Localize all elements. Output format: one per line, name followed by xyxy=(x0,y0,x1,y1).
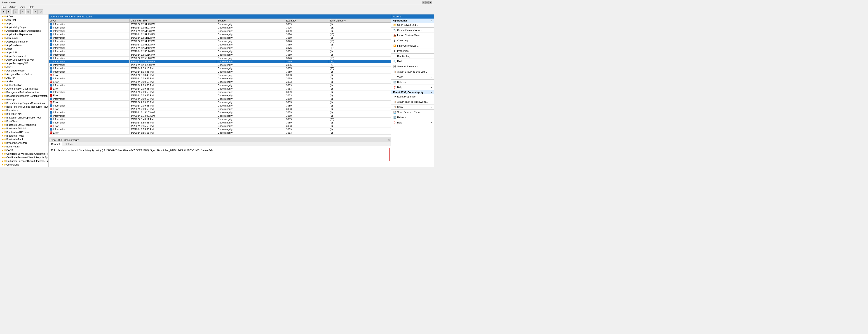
table-row[interactable]: ✕Error 3/7/2024 2:09:53 PM CodeIntegrity… xyxy=(49,107,391,111)
sidebar-item-bluetooth-bthleprepairing[interactable]: ▶ 📁Bluetooth-BthLEPrepairing xyxy=(0,123,48,127)
sidebar-item-biometrics[interactable]: ▶ 📁Biometrics xyxy=(0,109,48,112)
sidebar-item-base-filtering-engine-connections[interactable]: ▶ 📁Base-Filtering-Engine-Connections xyxy=(0,101,48,105)
table-row[interactable]: iInformation 3/7/2024 9:43:11 AM CodeInt… xyxy=(49,118,391,121)
table-row[interactable]: iInformation 3/7/2024 2:09:53 PM CodeInt… xyxy=(49,104,391,107)
sidebar-item-alljoyn[interactable]: ▶ 📁AllJoyn xyxy=(0,15,48,18)
table-row[interactable]: iInformation 3/8/2024 12:51:12 PM CodeIn… xyxy=(49,39,391,43)
help-button-2[interactable]: ⊙ xyxy=(38,9,43,14)
sidebar-item-cleanmgr[interactable]: ▶ 📁Cleanmgr xyxy=(0,166,48,167)
action-item-attach-a-task-to-this-log...[interactable]: 📋Attach a Task To this Log... xyxy=(391,69,434,74)
sidebar-item-appxdeployment-server[interactable]: ▶ 📁AppXDeployment-Server xyxy=(0,58,48,61)
close-button[interactable]: ✕ xyxy=(429,1,432,4)
table-row[interactable]: ✕Error 3/7/2024 2:09:53 PM CodeIntegrity… xyxy=(49,87,391,90)
table-row[interactable]: iInformation 3/8/2024 12:51:12 PM CodeIn… xyxy=(49,43,391,46)
table-row[interactable]: iInformation 3/7/2024 5:33:45 PM CodeInt… xyxy=(49,70,391,74)
properties-button[interactable]: ⊞ xyxy=(26,9,31,14)
action-item-save-all-events-as...[interactable]: 💾Save All Events As... xyxy=(391,64,434,69)
table-row[interactable]: ✕Error 3/7/2024 2:09:53 PM CodeIntegrity… xyxy=(49,101,391,104)
sidebar-item-base-filtering-engine-resource-flows[interactable]: ▶ 📁Base-Filtering-Engine-Resource-Flows xyxy=(0,105,48,109)
table-row[interactable]: iInformation 3/8/2024 9:33:13 AM CodeInt… xyxy=(49,67,391,70)
actions-toggle-1[interactable]: ▲ xyxy=(430,20,432,22)
table-row[interactable]: iInformation 3/8/2024 12:51:23 PM CodeIn… xyxy=(49,23,391,26)
table-row[interactable]: iInformation 3/8/2024 12:51:23 PM CodeIn… xyxy=(49,26,391,29)
table-row[interactable]: ✕Error 3/7/2024 5:33:45 PM CodeIntegrity… xyxy=(49,74,391,77)
action-item-clear-log...[interactable]: 🗑Clear Log... xyxy=(391,38,434,43)
sidebar-item-apphost[interactable]: ▶ 📁AppHost xyxy=(0,18,48,22)
sidebar-item-ataport[interactable]: ▶ 📁ATAPort xyxy=(0,76,48,80)
sidebar-item-applocker[interactable]: ▶ 📁AppLocker xyxy=(0,36,48,40)
table-row[interactable]: iInformation 3/7/2024 2:09:53 PM CodeInt… xyxy=(49,84,391,87)
tab-details[interactable]: Details xyxy=(62,142,75,146)
action-item-event-properties[interactable]: ⚙Event Properties xyxy=(391,94,434,99)
sidebar-item-bits-client[interactable]: ▶ 📁Bits-Client xyxy=(0,119,48,123)
table-row[interactable]: ✕Error 3/6/2024 6:55:53 PM CodeIntegrity… xyxy=(49,131,391,135)
sidebar-item-audio[interactable]: ▶ 📁Audio xyxy=(0,80,48,83)
sidebar-item-bluetooth-mtpenum[interactable]: ▶ 📁Bluetooth-MTPEnum xyxy=(0,130,48,134)
menu-file[interactable]: File xyxy=(1,5,7,9)
forward-button[interactable]: ▶ xyxy=(6,9,11,14)
up-button[interactable]: ▲ xyxy=(13,9,18,14)
sidebar-item-certificateservicesclient-lifecycle-system[interactable]: ▶ 📁CertificateServicesClient-Lifecycle-S… xyxy=(0,156,48,159)
table-row[interactable]: iInformation 3/7/2024 2:09:53 PM CodeInt… xyxy=(49,90,391,94)
sidebar-item-application-server-applications[interactable]: ▶ 📁Application Server-Applications xyxy=(0,29,48,33)
sidebar-item-bluetooth-policy[interactable]: ▶ 📁Bluetooth-Policy xyxy=(0,134,48,138)
action-item-import-custom-view...[interactable]: 📥Import Custom View... xyxy=(391,33,434,37)
table-row[interactable]: iInformation 3/8/2024 12:50:16 PM CodeIn… xyxy=(49,50,391,53)
menu-action[interactable]: Action xyxy=(8,5,18,9)
table-row[interactable]: iInformation 3/7/2024 11:34:03 AM CodeIn… xyxy=(49,114,391,118)
table-row[interactable]: ✕Error 3/6/2024 6:55:53 PM CodeIntegrity… xyxy=(49,124,391,128)
table-row[interactable]: ✕Error 3/7/2024 2:09:53 PM CodeIntegrity… xyxy=(49,80,391,84)
sidebar-item-backgroundtaskinfrastructure[interactable]: ▶ 📁BackgroundTaskInfrastructure xyxy=(0,90,48,94)
sidebar-item-appxpackagingom[interactable]: ▶ 📁AppXPackagingOM xyxy=(0,61,48,65)
sidebar-item-authentication-user-interface[interactable]: ▶ 📁Authentication User Interface xyxy=(0,87,48,90)
action-item-refresh[interactable]: 🔄Refresh xyxy=(391,115,434,120)
table-row[interactable]: iInformation 3/8/2024 12:51:12 PM CodeIn… xyxy=(49,36,391,39)
sidebar-item-bluetooth-radio[interactable]: ▶ 📁Bluetooth-Radio xyxy=(0,138,48,141)
sidebar-item-branchcachesmb[interactable]: ▶ 📁BranchCacheSMB xyxy=(0,141,48,145)
table-row[interactable]: iInformation 3/8/2024 12:51:23 PM CodeIn… xyxy=(49,29,391,33)
sidebar-item-applicabilityengine[interactable]: ▶ 📁ApplicabilityEngine xyxy=(0,25,48,29)
sidebar-item-bluetooth-bthmini[interactable]: ▶ 📁Bluetooth-BthMini xyxy=(0,127,48,130)
sidebar-item-certpoleng[interactable]: ▶ 📁CertPolEng xyxy=(0,163,48,166)
action-item-find...[interactable]: 🔍Find... xyxy=(391,59,434,63)
action-item-save-selected-events...[interactable]: 💾Save Selected Events... xyxy=(391,110,434,114)
table-row[interactable]: iInformation 3/6/2024 6:55:53 PM CodeInt… xyxy=(49,128,391,131)
action-item-attach-task-to-this-event...[interactable]: 📋Attach Task To This Event... xyxy=(391,100,434,104)
sidebar-item-appid[interactable]: ▶ 📁AppID xyxy=(0,22,48,25)
action-item-create-custom-view...[interactable]: 🔧Create Custom View... xyxy=(391,28,434,32)
actions-toggle-2[interactable]: ▲ xyxy=(430,91,432,93)
detail-text-area[interactable]: Refreshed and activated Code Integrity p… xyxy=(50,148,390,161)
sidebar-item-bitlocker-api[interactable]: ▶ 📁BitLocker-API xyxy=(0,112,48,116)
sidebar-item-assignedaccess[interactable]: ▶ 📁AssignedAccess xyxy=(0,69,48,72)
action-item-refresh[interactable]: 🔄Refresh xyxy=(391,80,434,84)
table-row[interactable]: iInformation 3/7/2024 2:09:53 PM CodeInt… xyxy=(49,97,391,101)
menu-view[interactable]: View xyxy=(19,5,26,9)
sidebar-item-backup[interactable]: ▶ 📁Backup xyxy=(0,98,48,101)
show-hide-console-tree-button[interactable]: ≡ xyxy=(20,9,25,14)
table-row[interactable]: iInformation 3/8/2024 12:51:12 PM CodeIn… xyxy=(49,46,391,50)
sidebar-item-appreadiness[interactable]: ▶ 📁AppReadiness xyxy=(0,44,48,47)
sidebar-item-appxdeployment[interactable]: ▶ 📁AppXDeployment xyxy=(0,54,48,58)
table-row[interactable]: iInformation 3/7/2024 11:34:03 AM CodeIn… xyxy=(49,111,391,114)
col-level[interactable]: Level xyxy=(49,19,130,23)
back-button[interactable]: ◀ xyxy=(1,9,6,14)
tab-general[interactable]: General xyxy=(49,142,62,146)
sidebar-item-assignedaccessbroker[interactable]: ▶ 📁AssignedAccessBroker xyxy=(0,72,48,76)
action-item-properties[interactable]: ⚙Properties xyxy=(391,49,434,53)
sidebar-item-certificateservicesclient-lifecycle-user[interactable]: ▶ 📁CertificateServicesClient-Lifecycle-U… xyxy=(0,159,48,163)
sidebar-item-asn1[interactable]: ▶ 📁ASN1 xyxy=(0,65,48,69)
sidebar-item-bitlocker-drivepreparationtool[interactable]: ▶ 📁BitLocker-DrivePreparationTool xyxy=(0,116,48,119)
minimize-button[interactable]: ─ xyxy=(422,1,425,4)
table-row[interactable]: ✕Error 3/7/2024 2:09:53 PM CodeIntegrity… xyxy=(49,94,391,97)
table-row[interactable]: iInformation 3/6/2024 6:55:53 PM CodeInt… xyxy=(49,121,391,124)
action-item-view[interactable]: View▶ xyxy=(391,75,434,79)
menu-help[interactable]: Help xyxy=(28,5,35,9)
table-row[interactable]: iInformation 3/8/2024 12:50:16 PM CodeIn… xyxy=(49,53,391,57)
col-task-category[interactable]: Task Category xyxy=(329,19,391,23)
sidebar-item-capi2[interactable]: ▶ 📁CAPI2 xyxy=(0,148,48,152)
action-item-help[interactable]: ❓Help▶ xyxy=(391,120,434,125)
sidebar-item-appmodel-runtime[interactable]: ▶ 📁AppModel-Runtime xyxy=(0,40,48,44)
table-row[interactable]: iInformation 3/8/2024 12:49:59 PM CodeIn… xyxy=(49,60,391,63)
action-item-disable-log[interactable]: Disable Log xyxy=(391,54,434,58)
detail-close-button[interactable]: ✕ xyxy=(388,139,390,142)
